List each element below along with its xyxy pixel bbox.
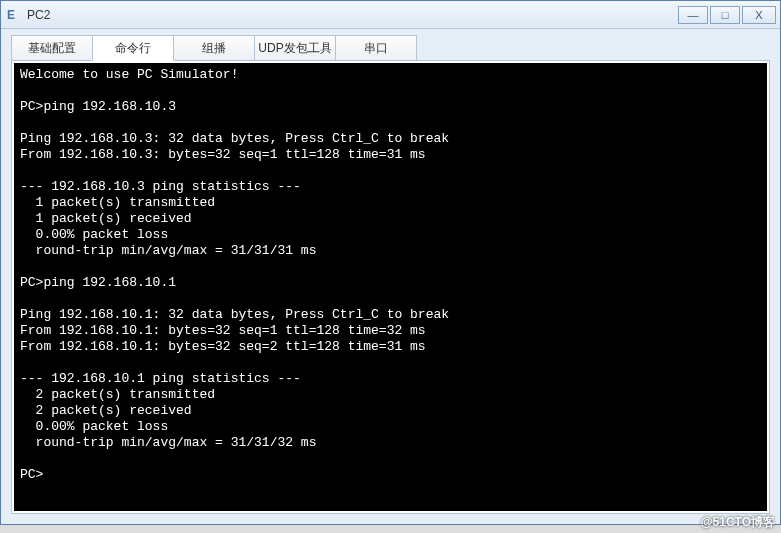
tab-multicast[interactable]: 组播: [173, 35, 255, 61]
app-window: E PC2 — □ X 基础配置 命令行 组播 UDP发包工具 串口 Welco…: [0, 0, 781, 525]
svg-text:E: E: [7, 8, 15, 22]
terminal[interactable]: Welcome to use PC Simulator! PC>ping 192…: [14, 63, 767, 511]
window-title: PC2: [27, 8, 676, 22]
tab-udp-tool[interactable]: UDP发包工具: [254, 35, 336, 61]
titlebar[interactable]: E PC2 — □ X: [1, 1, 780, 29]
tab-basic-config[interactable]: 基础配置: [11, 35, 93, 61]
tab-command-line[interactable]: 命令行: [92, 35, 174, 61]
window-buttons: — □ X: [676, 6, 776, 24]
minimize-button[interactable]: —: [678, 6, 708, 24]
close-button[interactable]: X: [742, 6, 776, 24]
watermark: @51CTO博客: [701, 514, 775, 531]
content-area: 基础配置 命令行 组播 UDP发包工具 串口 Welcome to use PC…: [1, 29, 780, 524]
maximize-button[interactable]: □: [710, 6, 740, 24]
app-icon: E: [5, 7, 21, 23]
tab-serial[interactable]: 串口: [335, 35, 417, 61]
tab-bar: 基础配置 命令行 组播 UDP发包工具 串口: [11, 35, 770, 61]
terminal-container: Welcome to use PC Simulator! PC>ping 192…: [11, 60, 770, 514]
